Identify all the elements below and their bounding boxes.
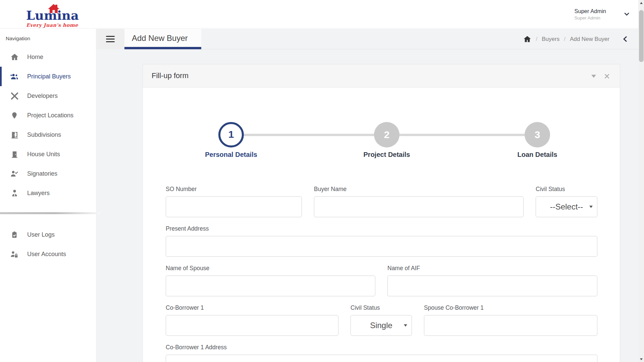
buyer-name-label: Buyer Name — [314, 186, 524, 193]
brand-name: Lumina — [26, 9, 83, 22]
map-marker-icon — [10, 111, 19, 120]
main-content: Add New Buyer / Buyers / Add New Buyer — [96, 29, 638, 362]
page-title-tab: Add New Buyer — [124, 29, 201, 49]
co-borrower-1-civil-status-select[interactable]: Single — [351, 315, 412, 336]
wizard-step-label: Project Details — [343, 151, 430, 159]
sidebar-item-principal-buyers[interactable]: Principal Buyers — [0, 67, 96, 86]
co-borrower-1-address-label: Co-Borrower 1 Address — [166, 344, 597, 351]
sidebar-toggle-button[interactable] — [96, 29, 124, 49]
sidebar-divider — [0, 212, 100, 214]
co-borrower-1-civil-status-label: Civil Status — [351, 304, 412, 311]
so-number-input[interactable] — [166, 196, 302, 217]
wizard-step-project-details[interactable]: 2 Project Details — [343, 122, 430, 159]
users-icon — [10, 72, 19, 81]
sidebar-item-label: Principal Buyers — [27, 73, 71, 80]
page-title: Add New Buyer — [124, 29, 201, 43]
user-role: Super Admin — [575, 15, 606, 20]
chevron-left-icon[interactable] — [622, 36, 629, 43]
sidebar-item-label: Lawyers — [27, 190, 50, 197]
buyer-name-input[interactable] — [314, 196, 524, 217]
vertical-scrollbar[interactable] — [638, 0, 644, 362]
sidebar-section-label: Navigation — [0, 29, 96, 47]
wizard-step-number: 1 — [218, 122, 244, 147]
user-name: Super Admin — [575, 8, 606, 14]
select-arrow-icon — [589, 206, 593, 208]
scrollbar-thumb[interactable] — [639, 10, 644, 62]
name-of-aif-label: Name of AIF — [387, 265, 597, 272]
sidebar-item-signatories[interactable]: Signatories — [0, 164, 96, 183]
wizard-step-number: 2 — [374, 122, 399, 147]
panel-body: 1 Personal Details 2 Project Details 3 L… — [143, 87, 620, 362]
name-of-spouse-input[interactable] — [166, 276, 375, 296]
civil-status-label: Civil Status — [536, 186, 597, 193]
sidebar-item-label: Home — [27, 54, 43, 61]
breadcrumb-separator: / — [564, 36, 566, 43]
sidebar-item-lawyers[interactable]: Lawyers — [0, 183, 96, 203]
wizard-step-number: 3 — [525, 122, 550, 147]
sidebar-item-project-locations[interactable]: Project Locations — [0, 106, 96, 125]
so-number-label: SO Number — [166, 186, 302, 193]
co-borrower-1-input[interactable] — [166, 315, 338, 336]
home-icon — [10, 53, 19, 61]
name-of-aif-input[interactable] — [387, 276, 597, 296]
name-of-spouse-label: Name of Spouse — [166, 265, 375, 272]
present-address-label: Present Address — [166, 225, 597, 232]
breadcrumb-current: Add New Buyer — [570, 36, 609, 43]
panel-title: Fill-up form — [143, 64, 620, 87]
wizard-step-label: Loan Details — [494, 151, 581, 159]
sidebar-item-label: Project Locations — [27, 112, 73, 119]
wizard-step-loan-details[interactable]: 3 Loan Details — [494, 122, 581, 159]
spouse-co-borrower-1-input[interactable] — [424, 315, 597, 336]
clipboard-check-icon — [10, 231, 19, 239]
brand-logo[interactable]: Lumina Every Juan's home — [26, 4, 83, 22]
civil-status-select[interactable]: --Select-- — [536, 196, 597, 217]
breadcrumb: / Buyers / Add New Buyer — [523, 29, 629, 49]
wizard-step-label: Personal Details — [187, 151, 275, 159]
user-check-icon — [10, 170, 19, 178]
sidebar-item-user-accounts[interactable]: User Accounts — [0, 244, 96, 264]
sidebar-item-subdivisions[interactable]: Subdivisions — [0, 125, 96, 144]
sidebar-item-label: User Accounts — [27, 251, 66, 258]
user-lock-icon — [10, 250, 19, 258]
present-address-input[interactable] — [166, 236, 597, 257]
door-closed-icon — [10, 150, 19, 159]
door-open-icon — [10, 131, 19, 139]
sidebar-item-home[interactable]: Home — [0, 47, 96, 67]
app-header: Lumina Every Juan's home Super Admin Sup… — [0, 0, 638, 28]
chevron-down-icon — [624, 11, 630, 17]
wizard-steps: 1 Personal Details 2 Project Details 3 L… — [143, 122, 620, 162]
spouse-co-borrower-1-label: Spouse Co-Borrower 1 — [424, 304, 597, 311]
panel-close-icon[interactable] — [604, 73, 610, 79]
sidebar-item-label: User Logs — [27, 231, 55, 238]
sidebar-item-label: Subdivisions — [27, 131, 61, 138]
fill-up-form-panel: Fill-up form 1 Personal Deta — [143, 64, 620, 362]
co-borrower-1-address-input[interactable] — [166, 355, 597, 362]
tools-icon — [10, 92, 19, 100]
sidebar-item-label: Signatories — [27, 170, 57, 177]
co-borrower-1-civil-status-selected-value: Single — [370, 321, 392, 330]
breadcrumb-separator: / — [536, 36, 537, 43]
civil-status-selected-value: --Select-- — [550, 202, 583, 212]
sidebar-item-label: Developers — [27, 93, 58, 100]
brand-tagline: Every Juan's home — [26, 22, 83, 28]
scrollbar-down-arrow[interactable] — [638, 356, 644, 362]
panel-header: Fill-up form — [143, 64, 620, 87]
panel-collapse-icon[interactable] — [591, 75, 596, 78]
user-menu[interactable]: Super Admin Super Admin — [575, 0, 630, 28]
sidebar-item-house-units[interactable]: House Units — [0, 144, 96, 164]
wizard-step-personal-details[interactable]: 1 Personal Details — [187, 122, 275, 159]
breadcrumb-buyers[interactable]: Buyers — [542, 36, 559, 43]
user-tie-icon — [10, 189, 19, 197]
breadcrumb-home-icon[interactable] — [523, 35, 531, 43]
sidebar-item-developers[interactable]: Developers — [0, 86, 96, 106]
app-window: Lumina Every Juan's home Super Admin Sup… — [0, 0, 644, 362]
co-borrower-1-label: Co-Borrower 1 — [166, 304, 338, 311]
scrollbar-up-arrow[interactable] — [638, 0, 644, 6]
sidebar-nav: Navigation Home Principal Buyers — [0, 29, 96, 362]
page-topbar: Add New Buyer / Buyers / Add New Buyer — [96, 29, 638, 49]
sidebar-item-label: House Units — [27, 151, 60, 158]
select-arrow-icon — [404, 324, 407, 327]
hamburger-icon — [106, 36, 115, 37]
sidebar-item-user-logs[interactable]: User Logs — [0, 225, 96, 244]
